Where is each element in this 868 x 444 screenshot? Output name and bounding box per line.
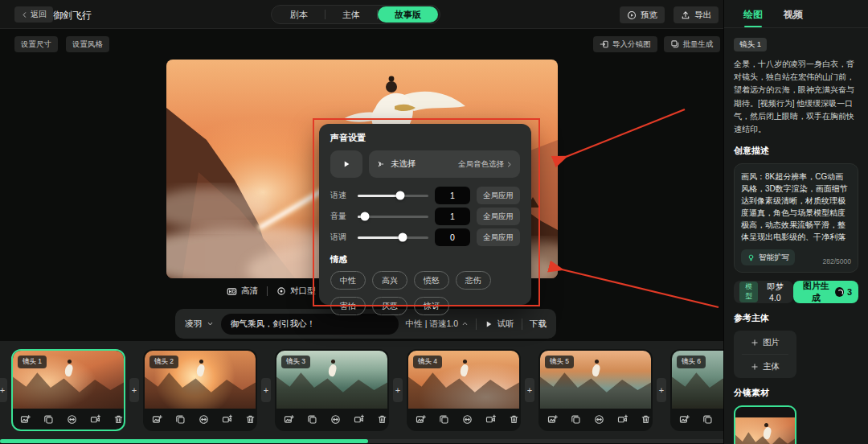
regenerate-image-button[interactable] [547, 414, 558, 425]
add-subject-button[interactable]: 主体 [734, 355, 796, 378]
duplicate-shot-button[interactable] [571, 414, 581, 425]
regenerate-image-button[interactable] [679, 414, 690, 425]
speed-value-input[interactable]: 1 [435, 187, 470, 204]
regenerate-image-button[interactable] [416, 414, 426, 425]
pitch-value-input[interactable]: 0 [435, 228, 470, 246]
preview-button[interactable]: 预览 [620, 6, 665, 23]
filmstrip-scrollbar[interactable] [0, 439, 723, 443]
divider [476, 319, 477, 330]
batch-label: 批量生成 [683, 39, 714, 50]
generate-video-button[interactable] [354, 414, 364, 425]
delete-shot-button[interactable] [641, 414, 651, 425]
pitch-apply-global-button[interactable]: 全局应用 [477, 228, 520, 246]
tab-draw[interactable]: 绘图 [743, 8, 763, 27]
hd-button[interactable]: 高清 [227, 286, 258, 297]
speed-slider-label: 语速 [330, 190, 351, 201]
speed-slider-row: 语速1全局应用 [330, 185, 520, 206]
voice-select[interactable]: 未选择 全局音色选择 [369, 150, 520, 178]
shot-card-2[interactable]: 镜头 2 [143, 349, 257, 431]
shot-card-3[interactable]: 镜头 3 [275, 349, 389, 431]
volume-apply-global-button[interactable]: 全局应用 [477, 208, 520, 225]
delete-shot-button[interactable] [245, 414, 256, 425]
idea-textarea[interactable]: 画风：8K超分辨率，CG动画风格，3D数字渲染，画面细节达到像素级清晰，材质纹理… [741, 171, 851, 245]
voice-setting-toggle[interactable]: 中性 | 语速1.0 [406, 319, 469, 330]
regenerate-image-button[interactable] [284, 414, 294, 425]
smart-expand-button[interactable]: 智能扩写 [741, 249, 795, 265]
tab-subject[interactable]: 主体 [326, 6, 377, 23]
shot-card-4[interactable]: 镜头 4 [407, 349, 521, 431]
storyboard-material-thumb[interactable] [734, 405, 796, 444]
export-button[interactable]: 导出 [674, 6, 719, 23]
top-bar: 返回 御剑飞行 剧本主体故事版 预览 导出 [0, 0, 723, 29]
shot-card-1[interactable]: 镜头 1 [11, 349, 125, 431]
generate-video-button[interactable] [222, 414, 232, 425]
volume-value-input[interactable]: 1 [435, 208, 470, 225]
swap-icon [67, 414, 77, 425]
add-shot-button[interactable]: + [261, 378, 271, 402]
duplicate-shot-button[interactable] [439, 414, 449, 425]
swap-shot-button[interactable] [594, 414, 604, 425]
model-select[interactable]: 模型 即梦4.0 [734, 281, 793, 303]
delete-shot-button[interactable] [509, 414, 519, 425]
add-image-button[interactable]: 图片 [734, 331, 796, 354]
add-shot-button[interactable]: + [129, 378, 139, 402]
add-shot-button[interactable]: + [393, 378, 403, 402]
shot-toolbar [540, 409, 651, 430]
regenerate-image-button[interactable] [152, 414, 162, 425]
volume-slider-knob[interactable] [360, 212, 369, 221]
pitch-slider-track[interactable] [358, 236, 428, 239]
swap-shot-button[interactable] [199, 414, 209, 425]
delete-shot-button[interactable] [113, 414, 124, 425]
listen-button[interactable]: 试听 [484, 319, 514, 330]
duplicate-shot-button[interactable] [307, 414, 317, 425]
pitch-slider-knob[interactable] [399, 233, 407, 242]
set-size-button[interactable]: 设置尺寸 [14, 36, 58, 52]
emotion-chip-happy[interactable]: 高兴 [372, 271, 407, 290]
generate-video-button[interactable] [617, 414, 628, 425]
add-shot-button[interactable]: + [525, 378, 534, 402]
add-shot-button[interactable]: + [657, 378, 666, 402]
duplicate-shot-button[interactable] [702, 414, 713, 425]
global-voice-link[interactable]: 全局音色选择 [458, 159, 513, 170]
generate-video-button[interactable] [90, 414, 100, 425]
shot-card-5[interactable]: 镜头 5 [538, 349, 653, 431]
swap-shot-button[interactable] [462, 414, 473, 425]
filmstrip-scrollbar-thumb[interactable] [0, 439, 368, 443]
duplicate-shot-button[interactable] [43, 414, 54, 425]
emotion-chips: 中性高兴愤怒悲伤害怕厌恶惊讶 [330, 271, 520, 315]
swap-shot-button[interactable] [67, 414, 77, 425]
preview-label: 预览 [641, 10, 657, 21]
character-select[interactable]: 凌羽 [185, 319, 214, 330]
voice-play-button[interactable] [330, 150, 362, 178]
emotion-chip-surprised[interactable]: 惊讶 [414, 297, 449, 315]
import-storyboard-button[interactable]: 导入分镜图 [593, 36, 657, 52]
emotion-chip-sad[interactable]: 悲伤 [456, 271, 491, 290]
dialogue-input[interactable]: 御气乘风，剑引我心！ [221, 314, 399, 335]
batch-generate-button[interactable]: 批量生成 [664, 36, 720, 52]
generate-image-button[interactable]: 图片生成 3 [793, 281, 858, 303]
back-button[interactable]: 返回 [14, 6, 53, 23]
tab-storyboard[interactable]: 故事版 [378, 6, 438, 23]
emotion-chip-angry[interactable]: 愤怒 [414, 271, 449, 290]
speed-apply-global-button[interactable]: 全局应用 [477, 187, 520, 204]
emotion-chip-afraid[interactable]: 害怕 [330, 297, 366, 315]
batch-actions: 导入分镜图 批量生成 [593, 36, 720, 52]
set-style-button[interactable]: 设置风格 [66, 36, 109, 52]
tab-script[interactable]: 剧本 [273, 6, 325, 23]
generate-video-button[interactable] [485, 414, 496, 425]
tab-video[interactable]: 视频 [784, 8, 803, 27]
speed-slider-knob[interactable] [395, 191, 404, 200]
download-button[interactable]: 下载 [530, 319, 547, 330]
export-label: 导出 [694, 10, 711, 21]
regenerate-image-button[interactable] [20, 414, 31, 425]
swap-shot-button[interactable] [330, 414, 341, 425]
delete-shot-button[interactable] [377, 414, 387, 425]
shot-card-6[interactable]: 镜头 6 [670, 349, 723, 431]
lipsync-button[interactable]: 对口型 [276, 286, 316, 297]
duplicate-shot-button[interactable] [175, 414, 186, 425]
add-shot-button[interactable]: + [0, 378, 7, 402]
volume-slider-track[interactable] [358, 216, 428, 218]
speed-slider-track[interactable] [358, 195, 428, 197]
emotion-chip-neutral[interactable]: 中性 [330, 271, 366, 290]
emotion-chip-disgust[interactable]: 厌恶 [372, 297, 407, 315]
